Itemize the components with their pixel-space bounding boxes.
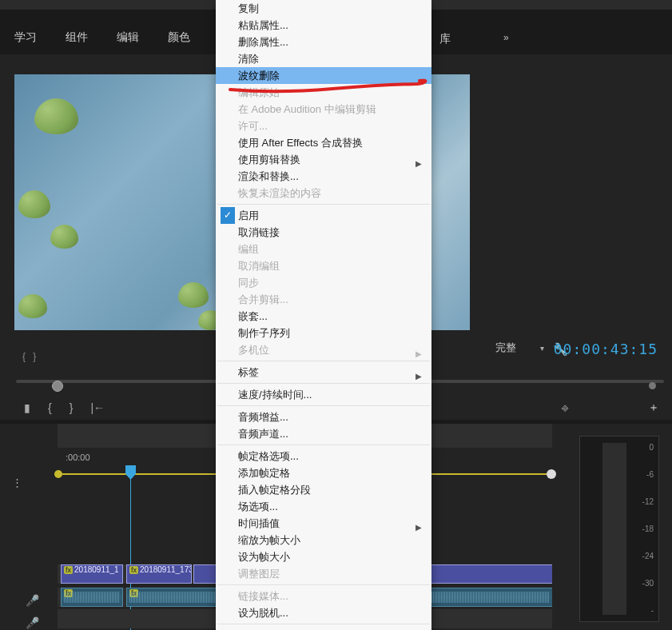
meter-bar (602, 443, 626, 615)
button-editor-plus-icon[interactable]: ＋ (646, 401, 661, 415)
context-menu-item[interactable]: 嵌套... (216, 308, 431, 325)
context-menu-separator (217, 445, 430, 445)
context-menu-item: 编组 (216, 241, 431, 257)
context-menu-label: 波纹删除 (238, 70, 280, 82)
context-menu-label: 音频增益... (238, 411, 288, 423)
context-menu-item[interactable]: 粘贴属性... (216, 17, 431, 34)
context-menu-separator (217, 361, 430, 361)
context-menu-separator (217, 584, 430, 585)
context-menu-item[interactable]: 速度/持续时间... (216, 386, 431, 403)
context-menu-item: 许可... (216, 118, 431, 134)
meter-scale: 0 -6 -12 -18 -24 -30 - (642, 443, 654, 615)
context-menu-label: 复制 (238, 2, 259, 14)
meter-tick: -24 (642, 552, 654, 560)
context-menu-label: 多机位 (238, 344, 269, 356)
in-out-braces: { } (22, 351, 38, 362)
context-menu-item[interactable]: 删除属性... (216, 34, 431, 50)
submenu-arrow-icon: ▶ (416, 345, 422, 362)
context-menu-item[interactable]: 插入帧定格分段 (216, 481, 431, 498)
context-menu-item[interactable]: 复制 (216, 0, 431, 17)
timeline-tool-icon[interactable]: ⋮ (11, 476, 22, 488)
context-menu-item: 合并剪辑... (216, 291, 431, 308)
context-menu-label: 添加帧定格 (238, 467, 290, 479)
context-menu-label: 设为帧大小 (238, 551, 290, 563)
scrubber-thumb[interactable] (52, 381, 63, 392)
work-area-end[interactable] (547, 469, 556, 479)
context-menu-label: 清除 (238, 53, 259, 65)
context-menu-item[interactable]: 清除 (216, 50, 431, 67)
context-menu-label: 标签 (238, 366, 259, 378)
context-menu-separator (217, 624, 430, 624)
context-menu-item[interactable]: 场选项... (216, 498, 431, 515)
go-to-in-icon[interactable]: |← (90, 401, 105, 414)
clip-label: 20180911_173535.m (140, 565, 192, 574)
context-menu-item[interactable]: 添加帧定格 (216, 465, 431, 481)
context-menu-item[interactable]: 使用剪辑替换▶ (216, 151, 431, 168)
context-menu-label: 链接媒体... (238, 590, 288, 602)
clip-context-menu: 复制粘贴属性...删除属性...清除波纹删除编辑原始在 Adobe Auditi… (216, 0, 431, 630)
decorative-leaf (34, 98, 78, 134)
context-menu-label: 渲染和替换... (238, 170, 299, 182)
meter-tick: -18 (642, 524, 654, 533)
context-menu-label: 场选项... (238, 500, 278, 512)
menu-library[interactable]: 库 (439, 32, 451, 46)
decorative-leaf (18, 294, 47, 318)
meter-tick: -30 (642, 579, 654, 588)
context-menu-item[interactable]: 音频声道... (216, 425, 431, 442)
menu-edit[interactable]: 编辑 (102, 30, 153, 45)
context-menu-item[interactable]: ✓启用 (216, 207, 431, 224)
clip-label: 20180911_1 (74, 565, 119, 574)
context-menu-item: 多机位▶ (216, 341, 431, 358)
context-menu-label: 在 Adobe Audition 中编辑剪辑 (238, 103, 376, 115)
menu-components[interactable]: 组件 (51, 30, 102, 45)
context-menu-label: 制作子序列 (238, 327, 290, 339)
context-menu-item[interactable]: 制作子序列 (216, 325, 431, 341)
menu-color[interactable]: 颜色 (153, 30, 205, 45)
export-frame-icon[interactable]: ⎆ (562, 401, 568, 414)
mark-out-icon[interactable]: } (70, 401, 74, 414)
context-menu-separator (217, 383, 430, 384)
context-menu-item[interactable]: 音频增益... (216, 409, 431, 425)
context-menu-item[interactable]: 设为帧大小 (216, 548, 431, 565)
context-menu-item[interactable]: 取消链接 (216, 224, 431, 241)
context-menu-label: 粘贴属性... (238, 19, 288, 31)
context-menu-item[interactable]: 标签▶ (216, 364, 431, 381)
video-clip[interactable]: fx20180911_173535.m (126, 564, 192, 584)
context-menu-item[interactable]: 使用 After Effects 合成替换 (216, 134, 431, 151)
context-menu-item[interactable]: 波纹删除 (216, 67, 431, 84)
decorative-leaf (50, 225, 78, 249)
mark-in-icon[interactable]: { (48, 401, 52, 414)
voiceover-mic-icon[interactable]: 🎤 (26, 594, 39, 607)
context-menu-label: 速度/持续时间... (238, 389, 312, 401)
context-menu-label: 取消链接 (238, 226, 280, 238)
work-area-start[interactable] (54, 470, 62, 478)
marker-icon[interactable]: ▮ (24, 401, 30, 414)
context-menu-item[interactable]: 设为脱机... (216, 604, 431, 621)
menu-more[interactable]: » (503, 32, 509, 43)
menu-learn[interactable]: 学习 (0, 30, 51, 45)
context-menu-item[interactable]: 帧定格选项... (216, 448, 431, 465)
playhead-line (130, 476, 131, 630)
context-menu-item: 重命名 (216, 627, 431, 630)
meter-tick: - (642, 606, 654, 615)
context-menu-label: 删除属性... (238, 36, 288, 48)
meter-tick: 0 (642, 443, 654, 452)
context-menu-item[interactable]: 渲染和替换... (216, 168, 431, 185)
context-menu-item[interactable]: 时间插值▶ (216, 515, 431, 532)
timecode-display[interactable]: 00:00:43:15 (554, 341, 658, 357)
scrubber-end-dot (649, 382, 656, 389)
context-menu-label: 时间插值 (238, 517, 280, 529)
audio-clip[interactable]: fx (61, 588, 123, 607)
meter-tick: -12 (642, 497, 654, 506)
context-menu-label: 取消编组 (238, 260, 280, 272)
context-menu-label: 插入帧定格分段 (238, 484, 311, 496)
context-menu-item: 链接媒体... (216, 588, 431, 604)
playback-quality-dropdown[interactable]: 完整 ▾ (495, 341, 544, 355)
context-menu-item[interactable]: 缩放为帧大小 (216, 532, 431, 548)
video-clip[interactable]: fx20180911_1 (61, 564, 123, 584)
context-menu-label: 调整图层 (238, 568, 280, 580)
ruler-timestamp: :00:00 (66, 453, 90, 462)
context-menu-label: 设为脱机... (238, 607, 288, 619)
context-menu-label: 编辑原始 (238, 86, 280, 98)
voiceover-mic-icon[interactable]: 🎤 (26, 616, 39, 629)
